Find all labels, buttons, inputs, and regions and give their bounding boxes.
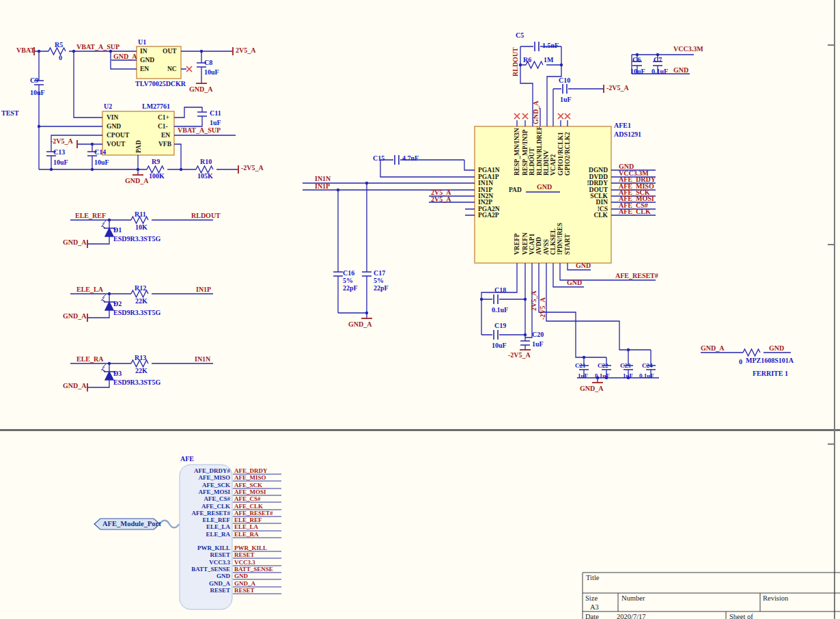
pin-name: START [564, 234, 571, 255]
designator-label: C6 [632, 56, 641, 64]
net-label: 2V5_A [431, 195, 451, 203]
value-label: 5% [343, 277, 353, 284]
port-name: AFE_Module_Port [102, 520, 161, 527]
sheet-pin-name: GND [216, 573, 230, 579]
net-label: GND_A [348, 320, 372, 328]
designator-label: C24 [642, 362, 653, 369]
value-label: 10K [135, 223, 148, 231]
designator-label: U2 [104, 102, 112, 110]
designator-label: C23 [620, 362, 631, 369]
pin-name: PGA1N [478, 167, 500, 174]
capacitor-c15 [395, 155, 399, 165]
value-label: 10uF [94, 159, 109, 166]
capacitor-c10 [563, 84, 567, 94]
net-label: GND_A [113, 53, 137, 60]
net-label: VCC3.3M [673, 45, 703, 53]
value-label: 0.1uF [595, 372, 610, 379]
designator-label: AFE1 [614, 122, 631, 129]
value-label: 100K [149, 172, 165, 180]
value-label: 0 [59, 54, 62, 61]
title-block-number-label: Number [621, 595, 645, 603]
designator-label: C19 [494, 322, 506, 329]
title-block-title-label: Title [586, 575, 599, 582]
net-label: AFE_MISO [234, 474, 266, 481]
net-label: AFE_CS# [234, 495, 261, 502]
designator-label: MPZ1608S101A [746, 357, 794, 364]
value-label: 0.1uF [639, 372, 654, 379]
designator-label: FERRITE 1 [753, 370, 788, 377]
pin-name: OUT [163, 48, 177, 55]
value-label: 22K [135, 297, 148, 305]
net-label: -2V5_A [539, 297, 546, 320]
sheet-pin-name: AFE_SCK [202, 482, 230, 489]
pin-name: VFB [158, 141, 171, 148]
designator-label: R12 [135, 284, 146, 292]
pin-name: VIN [107, 114, 118, 121]
net-label: VBAT_A_SUP [178, 126, 221, 134]
pin-name: VREFN [522, 232, 529, 255]
designator-label: D2 [113, 300, 122, 307]
designator-label: C9 [30, 77, 38, 84]
sheet-pin-name: ELE_REF [202, 517, 230, 523]
pin-name: IN [140, 48, 148, 55]
net-label: ELE_RA [76, 355, 103, 363]
net-label: GND_A [701, 344, 724, 352]
sheet-pin-name: ELE_LA [206, 523, 230, 530]
capacitor-c20 [520, 341, 530, 345]
net-label: IN1P [196, 286, 211, 293]
net-label: GND [769, 344, 784, 352]
value-label: 10uF [630, 68, 645, 75]
sheet-pin-name: ELE_RA [206, 531, 230, 538]
pin-name: C1+ [158, 114, 169, 121]
net-label: AFE_RESET# [234, 510, 273, 517]
designator-label: R10 [200, 158, 212, 165]
pin-name: RLDIN/RLDREF [536, 126, 543, 176]
title-block-date-label: Date [585, 614, 599, 619]
net-label: ELE_RA [234, 531, 259, 538]
capacitor-c11 [197, 112, 207, 116]
pin-name: C1- [158, 123, 168, 130]
pin-name: PAD [135, 140, 142, 153]
designator-label: R13 [135, 354, 146, 361]
value-label: 22pF [374, 284, 389, 292]
net-label: GND [576, 262, 591, 269]
resistor-symbols[interactable] [48, 48, 760, 367]
pin-name: NC [167, 66, 177, 72]
designator-label: C10 [559, 77, 570, 84]
net-label: IN1N [195, 355, 210, 363]
pin-name: DGND [589, 167, 608, 174]
net-label: -2V5_A [241, 164, 264, 171]
net-label: GND_A [63, 312, 86, 320]
designator-label: R6 [523, 56, 531, 64]
designator-label: R11 [135, 210, 146, 218]
value-label: 1uF [210, 119, 221, 126]
net-label: -2V5_A [606, 84, 629, 92]
capacitor-c17 [362, 272, 372, 276]
harness-squiggle [160, 521, 179, 528]
sheet-pin-name: AFE_MISO [198, 474, 230, 481]
value-label: 1uF [623, 372, 633, 379]
net-label: -2V5_A [508, 351, 531, 359]
net-label: VCC3.3 [234, 559, 255, 566]
designator-label: C22 [598, 362, 608, 369]
net-label: GND_A [189, 85, 212, 93]
value-label: 105K [197, 172, 213, 180]
pin-name: CLK [593, 212, 608, 219]
pin-name: CLKSEL [550, 228, 557, 255]
designator-label: C13 [53, 148, 65, 156]
value-label: 22K [135, 367, 148, 374]
schematic-sheet: VBATR50VBAT_A_SUPGND_AU1INGNDENOUTNCTLV7… [0, 0, 840, 619]
ferrite-bead [743, 349, 760, 356]
sheet-symbol-name: AFE [180, 455, 194, 463]
wires [34, 46, 791, 387]
pin-name: GPIO2/RCLK2 [564, 132, 571, 176]
net-label: -2V5_A [51, 137, 73, 145]
net-label: GND_A [63, 382, 86, 389]
pin-name: GND [107, 123, 121, 130]
designator-label: TEST [1, 109, 19, 117]
net-label: RLDOUT [512, 47, 519, 77]
designator-label: LM27761 [142, 102, 170, 110]
pin-name: CPOUT [107, 132, 129, 139]
capacitor-c18 [494, 294, 498, 304]
sheet-pin-name: RESET [210, 551, 230, 558]
